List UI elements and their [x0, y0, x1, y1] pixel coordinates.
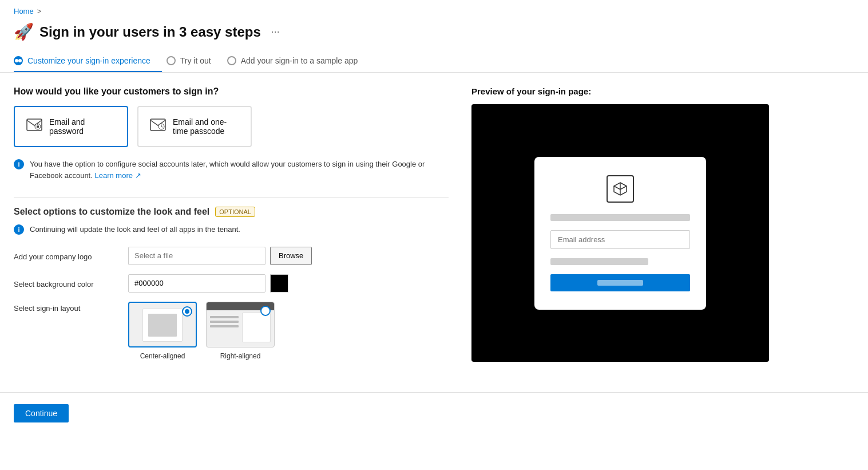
tab-bar: Customize your sign-in experience Try it…: [0, 50, 868, 73]
tab-customize[interactable]: Customize your sign-in experience: [14, 50, 162, 72]
browse-button[interactable]: Browse: [270, 247, 312, 265]
breadcrumb-home[interactable]: Home: [14, 7, 34, 15]
layout-row: Select sign-in layout Center-aligned: [14, 302, 449, 360]
layout-right-line-1: [210, 316, 239, 318]
layout-center-inner: [142, 309, 183, 342]
logo-row: Add your company logo Browse: [14, 247, 449, 265]
preview-bar-1: [550, 214, 690, 221]
tab-customize-radio: [14, 56, 23, 65]
email-passcode-label: Email and one-time passcode: [173, 117, 239, 136]
left-panel: How would you like your customers to sig…: [14, 86, 449, 374]
info-icon: i: [14, 159, 24, 169]
tab-try[interactable]: Try it out: [167, 50, 223, 72]
bg-color-label: Select background color: [14, 278, 128, 289]
tab-try-label: Try it out: [180, 56, 211, 65]
layout-center-radio: [182, 306, 192, 317]
layout-center[interactable]: Center-aligned: [128, 302, 197, 360]
page-title: Sign in your users in 3 easy steps: [39, 24, 261, 40]
preview-bar-2: [550, 258, 648, 265]
layout-right-line-2: [210, 321, 239, 323]
page-header: 🚀 Sign in your users in 3 easy steps ···: [0, 18, 868, 50]
preview-title: Preview of your sign-in page:: [471, 86, 780, 96]
preview-frame: [471, 104, 769, 362]
layout-center-label: Center-aligned: [140, 352, 185, 360]
email-password-icon: [26, 119, 42, 135]
logo-label: Add your company logo: [14, 250, 128, 261]
right-panel: Preview of your sign-in page:: [471, 86, 780, 374]
file-input[interactable]: [128, 247, 265, 265]
layout-center-preview: [128, 302, 197, 347]
tab-add-radio: [227, 56, 236, 65]
email-password-label: Email and password: [49, 117, 116, 136]
sign-in-section-title: How would you like your customers to sig…: [14, 86, 449, 97]
layout-options: Center-aligned: [128, 302, 275, 360]
customize-info: i Continuing will update the look and fe…: [14, 224, 449, 235]
customize-info-icon: i: [14, 224, 24, 235]
layout-right-label: Right-aligned: [220, 352, 261, 360]
email-passcode-icon: [150, 119, 166, 135]
main-content: How would you like your customers to sig…: [0, 86, 868, 374]
info-social-accounts: i You have the option to configure socia…: [14, 159, 449, 181]
preview-email-input: [550, 230, 690, 249]
optional-badge: OPTIONAL: [215, 207, 255, 217]
learn-more-link[interactable]: Learn more ↗: [94, 171, 141, 180]
preview-logo-icon: [607, 175, 634, 203]
preview-logo: [550, 175, 690, 203]
more-options-icon[interactable]: ···: [271, 26, 280, 38]
breadcrumb-separator: >: [37, 7, 42, 15]
logo-control: Browse: [128, 247, 312, 265]
preview-card: [534, 157, 706, 310]
layout-right-radio: [260, 306, 271, 316]
layout-right-lines: [210, 316, 239, 327]
tab-customize-label: Customize your sign-in experience: [27, 56, 150, 65]
layout-center-box: [148, 314, 177, 337]
color-control: [128, 274, 288, 293]
layout-right-preview: [206, 302, 275, 347]
preview-btn-inner: [597, 280, 643, 286]
footer: Continue: [0, 392, 868, 434]
customize-section: Select options to customize the look and…: [14, 207, 449, 360]
preview-sign-in-button: [550, 274, 690, 291]
breadcrumb: Home >: [0, 0, 868, 18]
layout-label: Select sign-in layout: [14, 302, 128, 313]
layout-right[interactable]: Right-aligned: [206, 302, 275, 360]
layout-right-line-3: [210, 325, 239, 327]
tab-try-radio: [167, 56, 176, 65]
continue-button[interactable]: Continue: [14, 404, 69, 422]
info-text: You have the option to configure social …: [30, 159, 449, 181]
divider: [14, 197, 449, 198]
customize-title: Select options to customize the look and…: [14, 207, 449, 217]
option-email-password[interactable]: Email and password: [14, 106, 128, 147]
color-swatch[interactable]: [270, 274, 288, 293]
tab-add[interactable]: Add your sign-in to a sample app: [227, 50, 370, 72]
sign-in-options: Email and password Email and one-time pa…: [14, 106, 449, 147]
tab-add-label: Add your sign-in to a sample app: [241, 56, 358, 65]
bg-color-row: Select background color: [14, 274, 449, 293]
option-email-passcode[interactable]: Email and one-time passcode: [137, 106, 252, 147]
page-emoji: 🚀: [14, 22, 34, 41]
svg-rect-2: [37, 126, 39, 128]
layout-right-inner: [242, 313, 271, 342]
color-input[interactable]: [128, 274, 265, 293]
customize-title-text: Select options to customize the look and…: [14, 207, 209, 217]
customize-info-text: Continuing will update the look and feel…: [30, 224, 240, 235]
